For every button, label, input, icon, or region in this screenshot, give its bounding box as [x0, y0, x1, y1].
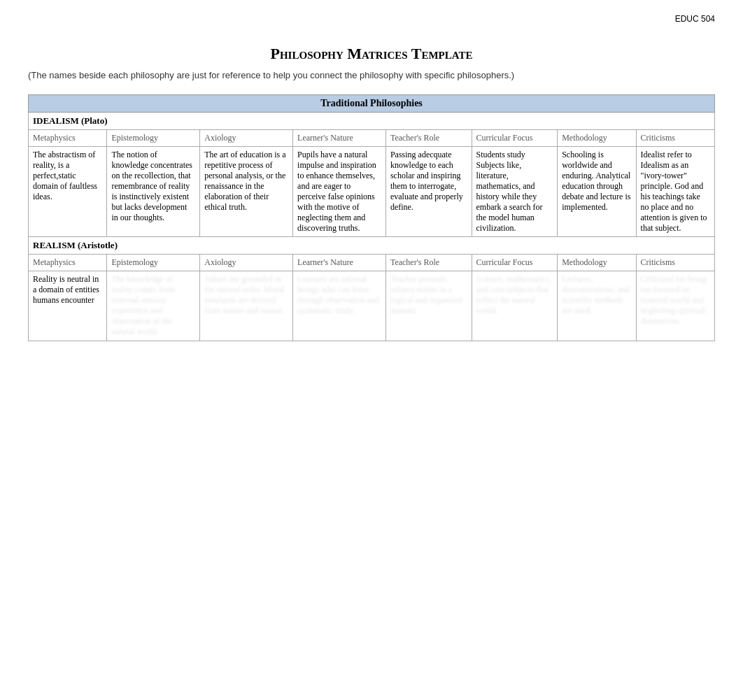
col-header-teachers-realism: Teacher's Role — [385, 255, 472, 271]
idealism-teachers-role: Passing adecquate knowledge to each scho… — [385, 147, 472, 237]
main-header-row: Traditional Philosophies — [29, 95, 715, 113]
realism-section-title-row: REALISM (Aristotle) — [29, 237, 715, 255]
page-title: Philosophy Matrices Template — [28, 45, 715, 63]
col-header-methodology-realism: Methodology — [558, 255, 636, 271]
course-code: EDUC 504 — [28, 14, 715, 24]
idealism-epistemology: The notion of knowledge concentrates on … — [107, 147, 200, 237]
col-header-curricular-realism: Curricular Focus — [472, 255, 558, 271]
realism-learners-nature: Learners are rational beings who can lea… — [293, 271, 386, 341]
realism-curricular-blurred: Science, mathematics, and core subjects … — [476, 274, 551, 315]
col-header-epistemology-realism: Epistemology — [107, 255, 200, 271]
idealism-learners-nature: Pupils have a natural impulse and inspir… — [293, 147, 386, 237]
idealism-col-header-row: Metaphysics Epistemology Axiology Learne… — [29, 130, 715, 147]
col-header-learners-idealism: Learner's Nature — [293, 130, 386, 147]
col-header-criticisms-idealism: Criticisms — [636, 130, 714, 147]
col-header-axiology-realism: Axiology — [200, 255, 293, 271]
realism-axiology-blurred: Values are grounded in the natural order… — [204, 274, 284, 315]
idealism-curricular-focus: Students study Subjects like, literature… — [472, 147, 558, 237]
realism-col-header-row: Metaphysics Epistemology Axiology Learne… — [29, 255, 715, 271]
subtitle: (The names beside each philosophy are ju… — [28, 70, 715, 80]
realism-methodology: Lectures, demonstrations, and scientific… — [558, 271, 636, 341]
col-header-learners-realism: Learner's Nature — [293, 255, 386, 271]
col-header-methodology-idealism: Methodology — [558, 130, 636, 147]
realism-teachers-blurred: Teacher presents subject matter in a log… — [390, 274, 462, 315]
realism-teachers-role: Teacher presents subject matter in a log… — [385, 271, 472, 341]
realism-title-cell: REALISM (Aristotle) — [29, 237, 715, 255]
realism-epistemology-blurred: The knowledge of reality comes from exte… — [111, 274, 175, 336]
realism-metaphysics: Reality is neutral in a domain of entiti… — [29, 271, 107, 341]
idealism-content-row: The abstractism of reality, is a perfect… — [29, 147, 715, 237]
idealism-title-cell: IDEALISM (Plato) — [29, 113, 715, 130]
col-header-teachers-idealism: Teacher's Role — [385, 130, 472, 147]
realism-curricular-focus: Science, mathematics, and core subjects … — [472, 271, 558, 341]
col-header-axiology-idealism: Axiology — [200, 130, 293, 147]
col-header-curricular-idealism: Curricular Focus — [472, 130, 558, 147]
realism-criticisms-blurred: Criticized for being too focused on mate… — [641, 274, 707, 326]
main-header-cell: Traditional Philosophies — [29, 95, 715, 113]
idealism-section-title-row: IDEALISM (Plato) — [29, 113, 715, 130]
idealism-criticisms: Idealist refer to Idealism as an "ivory-… — [636, 147, 714, 237]
idealism-axiology: The art of education is a repetitive pro… — [200, 147, 293, 237]
idealism-methodology: Schooling is worldwide and enduring. Ana… — [558, 147, 636, 237]
col-header-epistemology-idealism: Epistemology — [107, 130, 200, 147]
realism-epistemology: The knowledge of reality comes from exte… — [107, 271, 200, 341]
realism-axiology: Values are grounded in the natural order… — [200, 271, 293, 341]
idealism-metaphysics: The abstractism of reality, is a perfect… — [29, 147, 107, 237]
realism-content-row: Reality is neutral in a domain of entiti… — [29, 271, 715, 341]
philosophy-matrix-table: Traditional Philosophies IDEALISM (Plato… — [28, 94, 715, 341]
realism-learners-blurred: Learners are rational beings who can lea… — [297, 274, 379, 315]
col-header-metaphysics-idealism: Metaphysics — [29, 130, 107, 147]
col-header-criticisms-realism: Criticisms — [636, 255, 714, 271]
realism-criticisms: Criticized for being too focused on mate… — [636, 271, 714, 341]
realism-methodology-blurred: Lectures, demonstrations, and scientific… — [562, 274, 630, 315]
col-header-metaphysics-realism: Metaphysics — [29, 255, 107, 271]
